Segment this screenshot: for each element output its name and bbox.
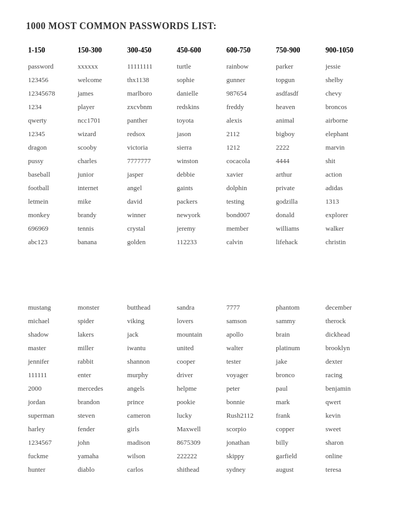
table-cell: dolphin bbox=[224, 181, 274, 195]
table-row: letmeinmikedavidpackerstestinggodzilla13… bbox=[26, 195, 373, 208]
table-cell: 2000 bbox=[26, 382, 75, 395]
table-cell: gunner bbox=[224, 73, 274, 87]
table-cell: skippy bbox=[224, 449, 274, 463]
table-cell: dexter bbox=[324, 355, 373, 368]
table-row: 111111entermurphydrivervoyagerbroncoraci… bbox=[26, 368, 373, 382]
table-row: jordanbrandonprincepookiebonniemarkqwert bbox=[26, 395, 373, 409]
table-cell: paul bbox=[274, 382, 323, 395]
table-cell: angels bbox=[125, 382, 175, 395]
table-cell: mountain bbox=[175, 328, 224, 341]
table-cell: madison bbox=[125, 436, 175, 449]
table-cell: united bbox=[175, 341, 224, 355]
table-cell: airborne bbox=[324, 114, 373, 127]
table-cell: toyota bbox=[175, 114, 224, 127]
table-cell: driver bbox=[175, 368, 224, 382]
table-cell: steven bbox=[75, 409, 125, 422]
table-cell: james bbox=[75, 87, 125, 100]
table-cell: private bbox=[274, 181, 323, 195]
table-cell: marvin bbox=[324, 141, 373, 154]
table-cell: lovers bbox=[175, 314, 224, 328]
table-cell: billy bbox=[274, 436, 323, 449]
table-cell: winston bbox=[175, 154, 224, 168]
table-cell: cooper bbox=[175, 355, 224, 368]
table-cell: 12345678 bbox=[26, 87, 75, 100]
table-cell: december bbox=[324, 301, 373, 314]
table-cell: enter bbox=[75, 368, 125, 382]
table-cell: brain bbox=[274, 328, 323, 341]
table-cell: john bbox=[75, 436, 125, 449]
table-cell: mustang bbox=[26, 301, 75, 314]
table-cell: 11111111 bbox=[125, 60, 175, 73]
table-cell: godzilla bbox=[274, 195, 323, 208]
table-cell: testing bbox=[224, 195, 274, 208]
table-cell: parker bbox=[274, 60, 323, 73]
table-cell: mike bbox=[75, 195, 125, 208]
column-header: 300-450 bbox=[125, 44, 175, 60]
table-cell: 7777777 bbox=[125, 154, 175, 168]
table-cell: yamaha bbox=[75, 449, 125, 463]
table-cell: ncc1701 bbox=[75, 114, 125, 127]
table-cell: shelby bbox=[324, 73, 373, 87]
table-cell: teresa bbox=[324, 463, 373, 476]
table-cell: packers bbox=[175, 195, 224, 208]
table-cell: shannon bbox=[125, 355, 175, 368]
table-cell: jessie bbox=[324, 60, 373, 73]
table-row: 2000mercedesangelshelpmepeterpaulbenjami… bbox=[26, 382, 373, 395]
spacer bbox=[26, 259, 373, 301]
table-cell: 1234567 bbox=[26, 436, 75, 449]
table-cell: michael bbox=[26, 314, 75, 328]
table-cell: therock bbox=[324, 314, 373, 328]
table-cell: zxcvbnm bbox=[125, 100, 175, 114]
table-cell: prince bbox=[125, 395, 175, 409]
column-header: 600-750 bbox=[224, 44, 274, 60]
table-cell: mark bbox=[274, 395, 323, 409]
table-cell: jennifer bbox=[26, 355, 75, 368]
table-cell: pookie bbox=[175, 395, 224, 409]
table-cell: phantom bbox=[274, 301, 323, 314]
table-cell: victoria bbox=[125, 141, 175, 154]
table-cell: harley bbox=[26, 422, 75, 436]
table-cell: garfield bbox=[274, 449, 323, 463]
table-cell: racing bbox=[324, 368, 373, 382]
table-cell: bigboy bbox=[274, 127, 323, 141]
table-cell: alexis bbox=[224, 114, 274, 127]
table-row: mustangmonsterbuttheadsandra7777phantomd… bbox=[26, 301, 373, 314]
table-row: abc123bananagolden112233calvinlifehackch… bbox=[26, 235, 373, 249]
table-cell: apollo bbox=[224, 328, 274, 341]
table-cell: 1234 bbox=[26, 100, 75, 114]
table-cell: crystal bbox=[125, 222, 175, 235]
column-header: 750-900 bbox=[274, 44, 323, 60]
table-cell: sandra bbox=[175, 301, 224, 314]
table-cell: copper bbox=[274, 422, 323, 436]
table-cell: 1313 bbox=[324, 195, 373, 208]
table-cell: miller bbox=[75, 341, 125, 355]
table-cell: abc123 bbox=[26, 235, 75, 249]
table-cell: jeremy bbox=[175, 222, 224, 235]
table-cell: tennis bbox=[75, 222, 125, 235]
table-cell: football bbox=[26, 181, 75, 195]
table-cell: sophie bbox=[175, 73, 224, 87]
table-cell: 7777 bbox=[224, 301, 274, 314]
table-row: baseballjuniorjasperdebbiexavierarthurac… bbox=[26, 168, 373, 181]
table-cell: baseball bbox=[26, 168, 75, 181]
table-cell: gaints bbox=[175, 181, 224, 195]
table-cell: david bbox=[125, 195, 175, 208]
table-row: shadowlakersjackmountainapollobraindickh… bbox=[26, 328, 373, 341]
table-cell: dragon bbox=[26, 141, 75, 154]
table-cell: walter bbox=[224, 341, 274, 355]
table-cell: murphy bbox=[125, 368, 175, 382]
table-cell: sydney bbox=[224, 463, 274, 476]
table-cell: sierra bbox=[175, 141, 224, 154]
table-cell: wilson bbox=[125, 449, 175, 463]
table-cell: xxxxxx bbox=[75, 60, 125, 73]
table-cell: jordan bbox=[26, 395, 75, 409]
table-cell: sharon bbox=[324, 436, 373, 449]
table-cell: panther bbox=[125, 114, 175, 127]
table-cell: angel bbox=[125, 181, 175, 195]
table-cell: butthead bbox=[125, 301, 175, 314]
table-cell: mercedes bbox=[75, 382, 125, 395]
table-row: qwertyncc1701panthertoyotaalexisanimalai… bbox=[26, 114, 373, 127]
table-cell: adidas bbox=[324, 181, 373, 195]
table-cell: august bbox=[274, 463, 323, 476]
password-table-1: 1-150150-300300-450450-600600-750750-900… bbox=[26, 44, 373, 249]
